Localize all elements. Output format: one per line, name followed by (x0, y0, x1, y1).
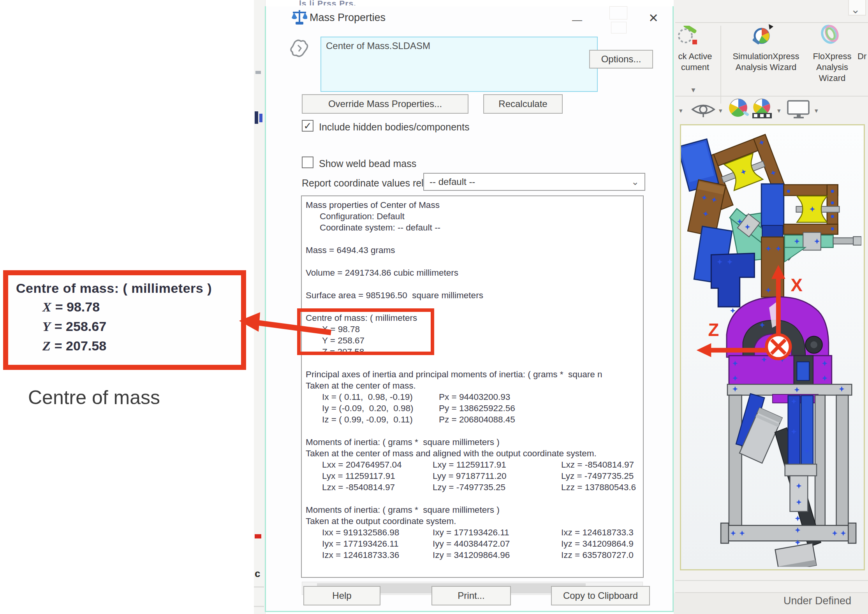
coordinate-system-value: -- default -- (430, 176, 475, 187)
floxpress-icon[interactable] (820, 23, 842, 45)
dialog-title[interactable]: Mass Properties (310, 12, 386, 24)
robot-assembly-model: X Z (681, 125, 861, 567)
mass-properties-scale-icon (292, 9, 307, 26)
floxpress-label-1: FloXpress (809, 51, 855, 62)
moments-com-row: Lxx = 204764957.04Lxy = 11259117.91Lxz =… (306, 459, 643, 470)
ribbon-bottom-divider (675, 96, 868, 97)
copy-to-clipboard-button[interactable]: Copy to Clipboard (551, 586, 650, 605)
show-weld-bead-label: Show weld bead mass (319, 158, 416, 169)
callout-arrow (238, 308, 335, 343)
selected-document-field[interactable]: Center of Mass.SLDASM (320, 37, 598, 92)
mass-value-line: Mass = 6494.43 grams (306, 245, 643, 256)
annotation-caption: Centre of mass (28, 386, 160, 409)
simulationxpress-label-1: SimulationXpress (723, 51, 809, 62)
view-toolbar-caret-icon[interactable]: ▾ (679, 107, 683, 115)
floxpress-label-3: Wizard (809, 73, 855, 83)
sliver-red-fragment (255, 534, 261, 538)
background-window-sliver: c (254, 0, 266, 614)
principal-row: Iy = (-0.09, 0.20, 0.98)Py = 138625922.5… (306, 403, 643, 414)
principal-axes-title: Principal axes of inertia and principal … (306, 369, 643, 380)
lock-active-label-2: cument (674, 62, 717, 72)
minimize-button[interactable]: — (572, 14, 582, 26)
lock-active-caret-icon[interactable]: ▼ (690, 86, 697, 94)
recalculate-button[interactable]: Recalculate (483, 94, 563, 114)
annotation-com-title: Centre of mass: ( millimeters ) (16, 281, 212, 296)
annotation-com-z: Z= 207.58 (42, 338, 106, 354)
truncated-ribbon-label: Dr (857, 51, 868, 62)
lock-active-label-1: ck Active (674, 51, 717, 62)
surface-area-line: Surface area = 985196.50 square millimet… (306, 290, 643, 301)
sliver-line (254, 606, 264, 607)
mass-properties-results-area: Mass properties of Center of Mass Config… (301, 195, 644, 578)
scene-caret-icon[interactable]: ▾ (777, 107, 781, 115)
status-badge: Under Defined (783, 595, 851, 607)
maximize-button-ghost[interactable] (609, 6, 627, 19)
sliver-icon-fragment (255, 111, 258, 124)
ribbon-group-divider (720, 26, 721, 104)
show-weld-bead-checkbox[interactable] (302, 157, 313, 168)
annotation-callout-box: Centre of mass: ( millimeters ) X= 98.78… (3, 270, 246, 370)
axis-z-label: Z (708, 320, 719, 340)
volume-value-line: Volume = 2491734.86 cubic millimeters (306, 267, 643, 278)
moments-output-row: Ixx = 919132586.98Ixy = 177193426.11Ixz … (306, 527, 643, 538)
selected-document-name: Center of Mass.SLDASM (326, 40, 430, 51)
sliver-letter: c (255, 568, 260, 580)
background-toolbar-text: ls |i Prss Prs. (299, 0, 389, 5)
moments-com-row: Lyx = 11259117.91Lyy = 97187711.20Lyz = … (306, 470, 643, 482)
simulationxpress-label-2: Analysis Wizard (723, 62, 809, 72)
moments-com-subtitle: Taken at the center of mass and aligned … (306, 448, 643, 459)
view-settings-monitor-icon[interactable] (787, 100, 811, 119)
results-line: Configuration: Default (306, 211, 643, 222)
eye-caret-icon[interactable]: ▾ (719, 107, 722, 115)
model-viewport[interactable]: X Z (680, 124, 865, 570)
chevron-down-icon[interactable]: ⌄ (851, 3, 860, 16)
principal-axes-subtitle: Taken at the center of mass. (306, 380, 643, 391)
moments-output-title: Moments of inertia: ( grams * square mil… (306, 504, 643, 515)
sliver-icon-fragment (259, 114, 262, 122)
lock-active-document-icon[interactable] (677, 26, 701, 51)
monitor-caret-icon[interactable]: ▾ (815, 107, 818, 115)
print-button[interactable]: Print... (431, 586, 511, 605)
close-button[interactable]: ✕ (648, 11, 658, 25)
principal-row: Iz = ( 0.99, -0.09, 0.11)Pz = 206804088.… (306, 414, 643, 425)
chevron-down-icon: ⌄ (631, 176, 639, 187)
hide-show-items-eye-icon[interactable] (691, 101, 716, 118)
checkmark-icon: ✓ (304, 120, 312, 132)
apply-scene-icon[interactable] (751, 97, 773, 120)
include-hidden-checkbox[interactable]: ✓ (302, 120, 313, 132)
coordinate-system-dropdown[interactable]: -- default -- ⌄ (423, 173, 645, 191)
simulationxpress-icon[interactable] (752, 23, 776, 47)
floxpress-label-2: Analysis (809, 62, 855, 72)
sliver-fragment (255, 71, 261, 74)
edit-appearance-icon[interactable] (727, 97, 750, 120)
results-line: Coordinate system: -- default -- (306, 222, 643, 233)
override-mass-properties-button[interactable]: Override Mass Properties... (302, 94, 468, 114)
moments-output-subtitle: Taken at the output coordinate system. (306, 515, 643, 527)
options-button[interactable]: Options... (589, 50, 653, 69)
principal-row: Ix = ( 0.11, 0.98, -0.19)Px = 94403200.9… (306, 391, 643, 403)
include-hidden-label: Include hidden bodies/components (319, 121, 469, 133)
axis-x-label: X (791, 275, 803, 295)
moments-com-row: Lzx = -8540814.97Lzy = -7497735.25Lzz = … (306, 482, 643, 493)
annotation-com-y: Y= 258.67 (42, 319, 106, 334)
sliver-line (254, 586, 264, 588)
moments-output-row: Iyx = 177193426.11Iyy = 440384472.07Iyz … (306, 538, 643, 549)
maximize-button-ghost[interactable] (611, 22, 627, 33)
screenshot-stage: c ls |i Prss Prs. ⌄ ck Active cument ▼ (0, 0, 868, 614)
solidworks-right-panel: ⌄ ck Active cument ▼ SimulationXpress An… (674, 0, 868, 614)
moments-com-title: Moments of inertia: ( grams * square mil… (306, 436, 643, 448)
status-divider (675, 580, 868, 581)
assembly-document-icon (289, 39, 309, 59)
help-button[interactable]: Help (303, 586, 380, 605)
annotation-com-x: X= 98.78 (42, 299, 100, 315)
moments-output-row: Izx = 124618733.36Izy = 341209864.96Izz … (306, 549, 643, 561)
results-line: Mass properties of Center of Mass (306, 199, 643, 211)
